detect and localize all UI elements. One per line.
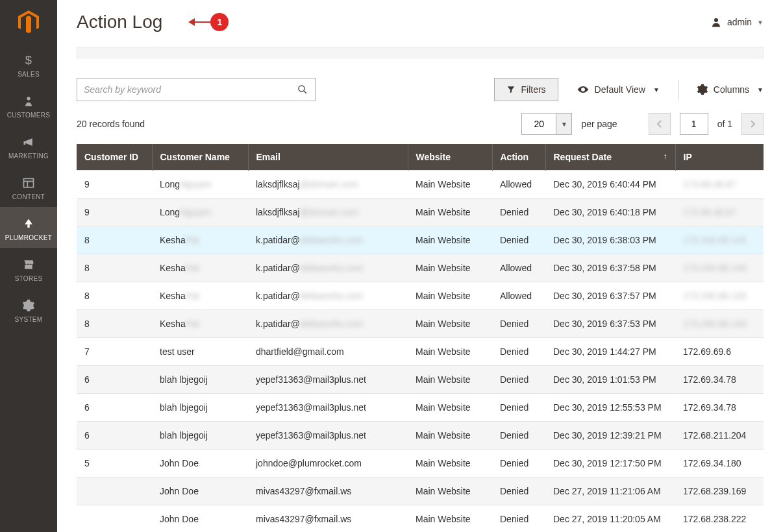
col-email[interactable]: Email <box>248 144 408 171</box>
table-row[interactable]: 8Kesha Patk.patidar@deltaworks.comMain W… <box>77 310 764 338</box>
table-cell: yepef31363@mail3plus.net <box>248 394 408 422</box>
page-size-selector[interactable]: ▼ <box>521 113 572 135</box>
table-cell: 6 <box>77 394 152 422</box>
pager-next-button[interactable] <box>741 113 764 135</box>
svg-rect-3 <box>24 178 34 187</box>
table-cell: Long Nguyen <box>152 171 248 199</box>
col-customer-id[interactable]: Customer ID <box>77 144 152 171</box>
table-cell: Main Website <box>408 505 492 533</box>
table-row[interactable]: 9Long Nguyenlaksdjflksaj@domain.comMain … <box>77 199 764 226</box>
table-cell: Main Website <box>408 422 492 450</box>
nav-system[interactable]: SYSTEM <box>0 289 57 330</box>
table-cell: 8 <box>77 282 152 310</box>
table-row[interactable]: 9Long Nguyenlaksdjflksaj@domain.comMain … <box>77 171 764 199</box>
table-cell: Allowed <box>492 254 545 282</box>
svg-rect-6 <box>27 224 29 228</box>
chevron-left-icon <box>656 120 663 128</box>
callout-annotation: 1 <box>188 13 229 31</box>
eye-icon <box>577 85 590 94</box>
table-cell: 173.240.68.143 <box>675 254 764 282</box>
table-cell: k.patidar@deltaworks.com <box>248 226 408 254</box>
search-box[interactable] <box>77 78 316 101</box>
table-cell: Main Website <box>408 199 492 226</box>
table-cell: Allowed <box>492 171 545 199</box>
table-row[interactable]: 5John Doejohndoe@plumrocket.comMain Webs… <box>77 450 764 478</box>
table-cell: Dec 27, 2019 11:21:06 AM <box>545 478 675 505</box>
svg-rect-2 <box>24 141 26 145</box>
table-row[interactable]: 8Kesha Patk.patidar@deltaworks.comMain W… <box>77 282 764 310</box>
caret-down-icon: ▼ <box>653 86 660 93</box>
nav-content[interactable]: CONTENT <box>0 166 57 207</box>
toolbar-separator <box>678 80 678 99</box>
table-row[interactable]: 8Kesha Patk.patidar@deltaworks.comMain W… <box>77 254 764 282</box>
nav-customers[interactable]: CUSTOMERS <box>0 84 57 125</box>
table-cell: Denied <box>492 310 545 338</box>
table-cell: Denied <box>492 394 545 422</box>
table-row[interactable]: 6blah lbjegoijyepef31363@mail3plus.netMa… <box>77 422 764 450</box>
user-menu[interactable]: admin ▼ <box>710 16 764 28</box>
columns-label: Columns <box>714 84 749 95</box>
nav-stores[interactable]: STORES <box>0 248 57 289</box>
columns-control[interactable]: Columns ▼ <box>697 84 764 95</box>
nav-plumrocket[interactable]: PLUMROCKET <box>0 207 57 248</box>
table-cell: johndoe@plumrocket.com <box>248 450 408 478</box>
table-cell: Allowed <box>492 282 545 310</box>
search-input[interactable] <box>84 84 297 95</box>
table-cell: 9 <box>77 199 152 226</box>
user-icon <box>710 16 722 28</box>
nav-label: PLUMROCKET <box>5 234 52 241</box>
page-size-input[interactable] <box>522 114 556 134</box>
svg-point-1 <box>27 97 30 100</box>
table-cell: test user <box>152 338 248 366</box>
table-cell: yepef31363@mail3plus.net <box>248 422 408 450</box>
search-icon[interactable] <box>297 84 308 95</box>
table-cell: Denied <box>492 422 545 450</box>
default-view-control[interactable]: Default View ▼ <box>577 84 660 95</box>
nav-sales[interactable]: $ SALES <box>0 43 57 84</box>
nav-label: MARKETING <box>8 152 49 160</box>
table-cell: blah lbjegoij <box>152 422 248 450</box>
col-website[interactable]: Website <box>408 144 492 171</box>
table-row[interactable]: 6blah lbjegoijyepef31363@mail3plus.netMa… <box>77 394 764 422</box>
table-cell: Dec 30, 2019 1:44:27 PM <box>545 338 675 366</box>
per-page-label: per page <box>581 119 617 129</box>
table-cell: Kesha Pat <box>152 282 248 310</box>
col-ip[interactable]: IP <box>675 144 764 171</box>
table-cell <box>77 505 152 533</box>
col-action[interactable]: Action <box>492 144 545 171</box>
table-cell: Kesha Pat <box>152 226 248 254</box>
table-cell: Dec 30, 2019 6:40:44 PM <box>545 171 675 199</box>
table-cell: John Doe <box>152 450 248 478</box>
table-cell: Dec 30, 2019 6:38:03 PM <box>545 226 675 254</box>
pager-prev-button[interactable] <box>649 113 671 135</box>
table-cell: Dec 30, 2019 12:39:21 PM <box>545 422 675 450</box>
table-cell: John Doe <box>152 478 248 505</box>
table-cell: Kesha Pat <box>152 254 248 282</box>
action-log-table: Customer ID Customer Name Email Website … <box>77 144 764 532</box>
table-cell: 172.68.238.222 <box>675 505 764 533</box>
table-cell: k.patidar@deltaworks.com <box>248 282 408 310</box>
col-request-date[interactable]: Request Date↑ <box>545 144 675 171</box>
table-cell: 6 <box>77 366 152 394</box>
table-cell: 172.68.239.169 <box>675 478 764 505</box>
table-cell: John Doe <box>152 505 248 533</box>
table-cell: Main Website <box>408 338 492 366</box>
table-row[interactable]: 7test userdhartfield@gmail.comMain Websi… <box>77 338 764 366</box>
page-size-dropdown[interactable]: ▼ <box>556 114 571 134</box>
filters-button[interactable]: Filters <box>494 78 558 101</box>
table-row[interactable]: 6blah lbjegoijyepef31363@mail3plus.netMa… <box>77 366 764 394</box>
col-customer-name[interactable]: Customer Name <box>152 144 248 171</box>
table-cell: Main Website <box>408 171 492 199</box>
nav-marketing[interactable]: MARKETING <box>0 125 57 166</box>
table-cell: Dec 30, 2019 6:37:57 PM <box>545 282 675 310</box>
table-row[interactable]: John Doemivas43297@fxmail.wsMain Website… <box>77 505 764 533</box>
table-header-row: Customer ID Customer Name Email Website … <box>77 144 764 171</box>
caret-down-icon: ▼ <box>757 86 764 93</box>
table-cell: blah lbjegoij <box>152 394 248 422</box>
table-cell: Denied <box>492 366 545 394</box>
table-row[interactable]: 8Kesha Patk.patidar@deltaworks.comMain W… <box>77 226 764 254</box>
svg-line-9 <box>304 91 306 93</box>
table-row[interactable]: John Doemivas43297@fxmail.wsMain Website… <box>77 478 764 505</box>
table-cell: laksdjflksaj@domain.com <box>248 171 408 199</box>
page-number-input[interactable] <box>680 113 708 135</box>
